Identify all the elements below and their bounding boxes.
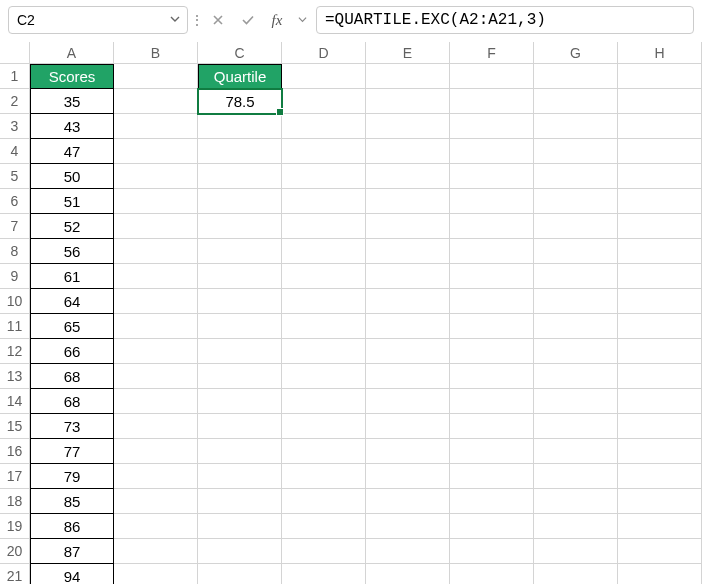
cell-D1[interactable]	[282, 64, 366, 89]
cell-A7[interactable]: 52	[30, 214, 114, 239]
cell-F18[interactable]	[450, 489, 534, 514]
cell-C21[interactable]	[198, 564, 282, 584]
cell-F16[interactable]	[450, 439, 534, 464]
formula-input-wrap[interactable]	[316, 6, 694, 34]
cell-C11[interactable]	[198, 314, 282, 339]
cell-C6[interactable]	[198, 189, 282, 214]
cell-F10[interactable]	[450, 289, 534, 314]
row-header-19[interactable]: 19	[0, 514, 30, 539]
cell-H16[interactable]	[618, 439, 702, 464]
cell-C16[interactable]	[198, 439, 282, 464]
cell-C13[interactable]	[198, 364, 282, 389]
column-header-H[interactable]: H	[618, 42, 702, 64]
name-box[interactable]	[9, 7, 169, 33]
cell-F20[interactable]	[450, 539, 534, 564]
row-header-21[interactable]: 21	[0, 564, 30, 584]
cell-H8[interactable]	[618, 239, 702, 264]
cell-G19[interactable]	[534, 514, 618, 539]
cell-C20[interactable]	[198, 539, 282, 564]
cell-D3[interactable]	[282, 114, 366, 139]
row-header-8[interactable]: 8	[0, 239, 30, 264]
cell-G14[interactable]	[534, 389, 618, 414]
row-header-6[interactable]: 6	[0, 189, 30, 214]
cell-C3[interactable]	[198, 114, 282, 139]
cell-A1[interactable]: Scores	[30, 64, 114, 89]
cell-B13[interactable]	[114, 364, 198, 389]
cell-B15[interactable]	[114, 414, 198, 439]
cell-B19[interactable]	[114, 514, 198, 539]
cell-H20[interactable]	[618, 539, 702, 564]
column-header-C[interactable]: C	[198, 42, 282, 64]
cell-H3[interactable]	[618, 114, 702, 139]
cell-A9[interactable]: 61	[30, 264, 114, 289]
cell-C4[interactable]	[198, 139, 282, 164]
cell-H12[interactable]	[618, 339, 702, 364]
cell-D2[interactable]	[282, 89, 366, 114]
cell-B9[interactable]	[114, 264, 198, 289]
cell-G7[interactable]	[534, 214, 618, 239]
cell-C19[interactable]	[198, 514, 282, 539]
cell-F2[interactable]	[450, 89, 534, 114]
cell-B20[interactable]	[114, 539, 198, 564]
cell-F13[interactable]	[450, 364, 534, 389]
cell-G15[interactable]	[534, 414, 618, 439]
cell-E4[interactable]	[366, 139, 450, 164]
cell-H10[interactable]	[618, 289, 702, 314]
cell-B10[interactable]	[114, 289, 198, 314]
chevron-down-icon[interactable]	[294, 14, 310, 26]
cell-D11[interactable]	[282, 314, 366, 339]
row-header-1[interactable]: 1	[0, 64, 30, 89]
cell-A15[interactable]: 73	[30, 414, 114, 439]
cell-H19[interactable]	[618, 514, 702, 539]
cell-C8[interactable]	[198, 239, 282, 264]
cell-C2[interactable]: 78.5	[198, 89, 282, 114]
formula-input[interactable]	[325, 11, 685, 29]
cell-D19[interactable]	[282, 514, 366, 539]
cell-A16[interactable]: 77	[30, 439, 114, 464]
cell-C18[interactable]	[198, 489, 282, 514]
cell-F12[interactable]	[450, 339, 534, 364]
cell-F1[interactable]	[450, 64, 534, 89]
cell-A12[interactable]: 66	[30, 339, 114, 364]
row-header-16[interactable]: 16	[0, 439, 30, 464]
cell-A5[interactable]: 50	[30, 164, 114, 189]
cell-F4[interactable]	[450, 139, 534, 164]
cell-D10[interactable]	[282, 289, 366, 314]
cell-G2[interactable]	[534, 89, 618, 114]
cell-F21[interactable]	[450, 564, 534, 584]
row-header-18[interactable]: 18	[0, 489, 30, 514]
cell-A20[interactable]: 87	[30, 539, 114, 564]
cell-F8[interactable]	[450, 239, 534, 264]
row-header-11[interactable]: 11	[0, 314, 30, 339]
row-header-3[interactable]: 3	[0, 114, 30, 139]
cell-D16[interactable]	[282, 439, 366, 464]
cell-C5[interactable]	[198, 164, 282, 189]
cell-F17[interactable]	[450, 464, 534, 489]
cell-H4[interactable]	[618, 139, 702, 164]
column-header-F[interactable]: F	[450, 42, 534, 64]
cell-D17[interactable]	[282, 464, 366, 489]
cell-G9[interactable]	[534, 264, 618, 289]
row-header-9[interactable]: 9	[0, 264, 30, 289]
cell-D6[interactable]	[282, 189, 366, 214]
cell-G13[interactable]	[534, 364, 618, 389]
cell-A17[interactable]: 79	[30, 464, 114, 489]
row-header-14[interactable]: 14	[0, 389, 30, 414]
cell-G5[interactable]	[534, 164, 618, 189]
cell-D18[interactable]	[282, 489, 366, 514]
cell-C7[interactable]	[198, 214, 282, 239]
cell-C12[interactable]	[198, 339, 282, 364]
cell-A19[interactable]: 86	[30, 514, 114, 539]
cell-E5[interactable]	[366, 164, 450, 189]
cell-H14[interactable]	[618, 389, 702, 414]
row-header-7[interactable]: 7	[0, 214, 30, 239]
cell-H1[interactable]	[618, 64, 702, 89]
cell-F14[interactable]	[450, 389, 534, 414]
cell-A11[interactable]: 65	[30, 314, 114, 339]
cell-E20[interactable]	[366, 539, 450, 564]
cell-G1[interactable]	[534, 64, 618, 89]
cell-E14[interactable]	[366, 389, 450, 414]
cell-C1[interactable]: Quartile	[198, 64, 282, 89]
cell-C17[interactable]	[198, 464, 282, 489]
cell-A14[interactable]: 68	[30, 389, 114, 414]
